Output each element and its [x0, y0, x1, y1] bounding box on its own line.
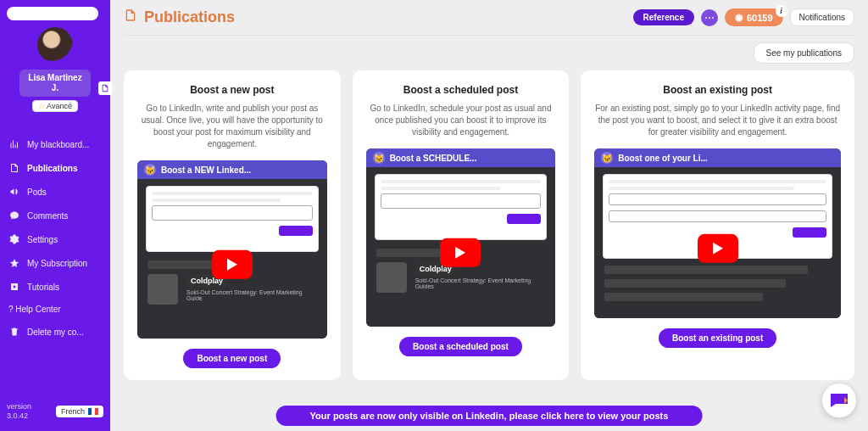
coin-icon: ◉	[735, 12, 743, 23]
sidebar-item-subscription[interactable]: My Subscription	[0, 251, 110, 275]
video-channel-icon: 🐱	[601, 152, 613, 164]
sidebar-item-label: My Subscription	[27, 259, 87, 268]
page-title-text: Publications	[144, 8, 235, 26]
card-title: Boost a new post	[137, 84, 327, 96]
version-block: version 3.0.42	[7, 402, 49, 421]
play-icon[interactable]	[698, 234, 738, 263]
video-thumbnail[interactable]: 🐱 Boost one of your Li...	[594, 148, 841, 318]
play-square-icon	[8, 281, 20, 293]
header: Publications Reference ⋯ ◉ 60159 i Notif…	[110, 0, 868, 35]
video-title-bar: 🐱 Boost a SCHEDULE...	[366, 148, 556, 167]
sidebar-footer: version 3.0.42 French	[0, 399, 110, 424]
sidebar: Lisa Martinez J. ☆ Avancé My blackboard.…	[0, 0, 110, 431]
star-icon	[8, 257, 20, 269]
sidebar-nav: My blackboard... Publications Pods Comme…	[0, 132, 110, 344]
avatar-wrap	[0, 27, 110, 64]
sidebar-item-label: ? Help Center	[8, 305, 61, 314]
boost-existing-button[interactable]: Boost an existing post	[659, 328, 776, 348]
video-thumbnail[interactable]: 🐱 Boost a NEW Linked... Coldplay Sold-Ou…	[137, 160, 327, 339]
sidebar-item-label: My blackboard...	[27, 140, 89, 149]
see-my-publications-button[interactable]: See my publications	[754, 42, 855, 64]
more-menu-button[interactable]: ⋯	[701, 9, 718, 26]
sidebar-item-comments[interactable]: Comments	[0, 204, 110, 227]
score-pill[interactable]: ◉ 60159 i	[725, 8, 783, 26]
sidebar-item-label: Settings	[27, 235, 58, 244]
info-icon[interactable]: i	[776, 5, 787, 17]
cards-row: Boost a new post Go to LinkedIn, write a…	[110, 64, 868, 387]
notifications-button[interactable]: Notifications	[790, 8, 854, 26]
document-icon	[8, 162, 20, 174]
fake-feed	[604, 266, 831, 306]
boost-scheduled-button[interactable]: Boost a scheduled post	[399, 337, 522, 356]
video-channel-icon: 🐱	[144, 164, 156, 176]
avatar[interactable]	[37, 27, 73, 63]
page-title: Publications	[124, 8, 235, 26]
language-selector[interactable]: French	[56, 406, 103, 417]
card-desc: For an existing post, simply go to your …	[594, 103, 841, 138]
sidebar-top-pill	[7, 7, 98, 20]
sidebar-item-blackboard[interactable]: My blackboard...	[0, 132, 110, 156]
document-icon	[124, 8, 137, 26]
boost-new-button[interactable]: Boost a new post	[183, 349, 281, 368]
sidebar-item-label: Pods	[27, 188, 47, 197]
sidebar-item-label: Publications	[27, 164, 77, 173]
chat-launcher[interactable]	[822, 383, 856, 417]
sidebar-item-delete[interactable]: Delete my co...	[0, 320, 110, 344]
main: Publications Reference ⋯ ◉ 60159 i Notif…	[110, 0, 868, 431]
video-thumbnail[interactable]: 🐱 Boost a SCHEDULE... Coldplay Sold-Out …	[366, 148, 556, 327]
card-desc: Go to LinkedIn, schedule your post as us…	[366, 103, 556, 138]
user-suffix: J.	[23, 83, 87, 93]
user-level-row: ☆ Avancé	[0, 100, 110, 112]
sidebar-item-tutorials[interactable]: Tutorials	[0, 275, 110, 299]
sidebar-item-settings[interactable]: Settings	[0, 227, 110, 251]
flag-fr-icon	[88, 408, 98, 415]
fake-modal	[375, 174, 548, 240]
see-my-row: See my publications	[124, 42, 854, 64]
card-desc: Go to LinkedIn, write and publish your p…	[137, 103, 327, 150]
gear-icon	[8, 233, 20, 245]
play-icon[interactable]	[212, 250, 253, 279]
fake-modal	[146, 186, 319, 252]
bottom-banner[interactable]: Your posts are now only visible on Linke…	[276, 406, 703, 426]
card-boost-scheduled: Boost a scheduled post Go to LinkedIn, s…	[353, 70, 570, 380]
card-boost-existing: Boost an existing post For an existing p…	[581, 70, 854, 380]
user-first-last: Lisa Martinez	[23, 73, 87, 83]
sidebar-item-label: Comments	[27, 211, 68, 221]
sidebar-item-label: Tutorials	[27, 283, 59, 292]
video-channel-icon: 🐱	[373, 152, 385, 164]
video-title-bar: 🐱 Boost one of your Li...	[594, 148, 841, 167]
sidebar-item-publications[interactable]: Publications	[0, 156, 110, 180]
card-title: Boost an existing post	[594, 84, 841, 96]
user-chip[interactable]: Lisa Martinez J.	[19, 70, 91, 97]
star-icon: ☆	[38, 102, 45, 110]
trash-icon	[8, 326, 20, 338]
megaphone-icon	[8, 186, 20, 198]
header-divider	[124, 35, 854, 36]
bar-chart-icon	[8, 138, 20, 150]
video-title-bar: 🐱 Boost a NEW Linked...	[137, 160, 327, 179]
card-title: Boost a scheduled post	[366, 84, 556, 96]
header-right: Reference ⋯ ◉ 60159 i Notifications	[633, 8, 854, 26]
user-level-badge: ☆ Avancé	[32, 100, 78, 112]
sidebar-item-help[interactable]: ? Help Center	[0, 299, 110, 320]
card-boost-new: Boost a new post Go to LinkedIn, write a…	[124, 70, 341, 380]
reference-button[interactable]: Reference	[633, 9, 694, 25]
sidebar-item-label: Delete my co...	[27, 327, 84, 337]
play-icon[interactable]	[440, 238, 481, 267]
sidebar-item-pods[interactable]: Pods	[0, 180, 110, 204]
chat-icon	[8, 210, 20, 221]
